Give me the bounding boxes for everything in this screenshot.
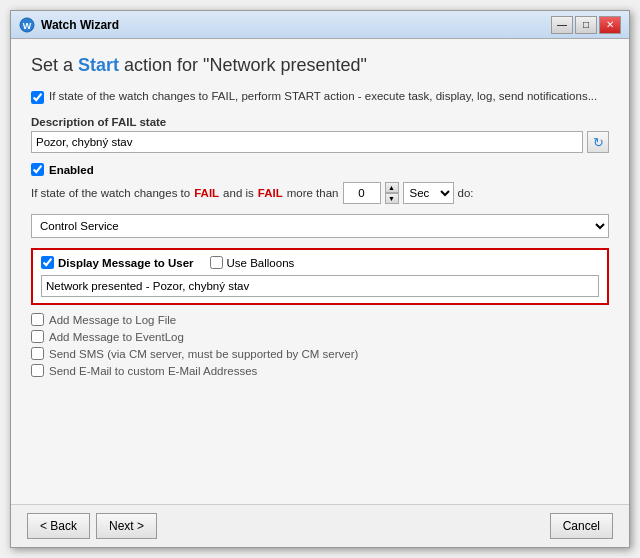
cancel-button[interactable]: Cancel [550,513,613,539]
svg-text:W: W [23,21,32,31]
page-title: Set a Start action for "Network presente… [31,55,609,76]
use-balloons-label: Use Balloons [227,257,295,269]
condition-suffix: do: [458,187,474,199]
top-checkbox-label: If state of the watch changes to FAIL, p… [49,90,597,102]
watch-wizard-window: W Watch Wizard — □ ✕ Set a Start action … [10,10,630,548]
condition-fail1: FAIL [194,187,219,199]
condition-prefix: If state of the watch changes to [31,187,190,199]
top-checkbox-row: If state of the watch changes to FAIL, p… [31,90,609,104]
titlebar-left: W Watch Wizard [19,17,119,33]
footer-left: < Back Next > [27,513,157,539]
close-button[interactable]: ✕ [599,16,621,34]
display-message-section: Display Message to User Use Balloons [31,248,609,305]
eventlog-label: Add Message to EventLog [49,331,184,343]
action-select[interactable]: Control Service [31,214,609,238]
condition-value-input[interactable] [343,182,381,204]
use-balloons-right: Use Balloons [210,256,295,269]
titlebar-title: Watch Wizard [41,18,119,32]
option-sms: Send SMS (via CM server, must be support… [31,347,609,360]
refresh-button[interactable]: ↻ [587,131,609,153]
back-button[interactable]: < Back [27,513,90,539]
top-checkbox[interactable] [31,91,44,104]
minimize-button[interactable]: — [551,16,573,34]
condition-row: If state of the watch changes to FAIL an… [31,182,609,204]
titlebar-controls: — □ ✕ [551,16,621,34]
action-select-row: Control Service [31,214,609,238]
sms-label: Send SMS (via CM server, must be support… [49,348,358,360]
email-label: Send E-Mail to custom E-Mail Addresses [49,365,257,377]
description-label: Description of FAIL state [31,116,609,128]
unit-select[interactable]: Sec Min Hour [403,182,454,204]
page-title-prefix: Set a [31,55,78,75]
content-area: Set a Start action for "Network presente… [11,39,629,504]
footer: < Back Next > Cancel [11,504,629,547]
page-title-highlight: Start [78,55,119,75]
condition-middle: and is [223,187,254,199]
options-list: Add Message to Log File Add Message to E… [31,313,609,381]
condition-more-than: more than [287,187,339,199]
enabled-row: Enabled [31,163,609,176]
option-eventlog: Add Message to EventLog [31,330,609,343]
watch-wizard-icon: W [19,17,35,33]
description-row: ↻ [31,131,609,153]
spin-up-button[interactable]: ▲ [385,182,399,193]
maximize-button[interactable]: □ [575,16,597,34]
description-input[interactable] [31,131,583,153]
message-input[interactable] [41,275,599,297]
spin-down-button[interactable]: ▼ [385,193,399,204]
use-balloons-checkbox[interactable] [210,256,223,269]
option-email: Send E-Mail to custom E-Mail Addresses [31,364,609,377]
enabled-label: Enabled [49,164,94,176]
next-button[interactable]: Next > [96,513,157,539]
enabled-checkbox[interactable] [31,163,44,176]
sms-checkbox[interactable] [31,347,44,360]
display-message-header: Display Message to User Use Balloons [41,256,599,269]
option-log-file: Add Message to Log File [31,313,609,326]
log-file-label: Add Message to Log File [49,314,176,326]
titlebar: W Watch Wizard — □ ✕ [11,11,629,39]
display-message-left: Display Message to User [41,256,194,269]
display-message-checkbox[interactable] [41,256,54,269]
display-message-label: Display Message to User [58,257,194,269]
log-file-checkbox[interactable] [31,313,44,326]
email-checkbox[interactable] [31,364,44,377]
spin-buttons: ▲ ▼ [385,182,399,204]
condition-fail2: FAIL [258,187,283,199]
page-title-suffix: action for "Network presented" [119,55,367,75]
eventlog-checkbox[interactable] [31,330,44,343]
